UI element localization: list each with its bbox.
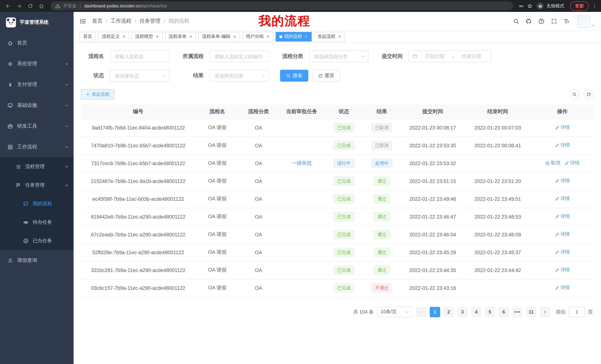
browser-menu-icon[interactable] [592, 3, 597, 9]
result-select[interactable] [210, 70, 269, 82]
sidebar-item-task-mgmt[interactable]: 任务管理 [0, 176, 74, 194]
breadcrumb-separator: / [135, 18, 136, 24]
sidebar-item-done-tasks[interactable]: 已办任务 [0, 231, 74, 250]
sidebar-item-process-mgmt[interactable]: 流程管理 [0, 157, 74, 176]
next-page-button[interactable] [540, 307, 550, 317]
page-button-5[interactable]: 5 [485, 307, 495, 317]
search-button[interactable]: 搜索 [280, 70, 308, 82]
sidebar-item-leave-query[interactable]: 请假查询 [0, 250, 74, 271]
search-icon[interactable] [513, 18, 519, 24]
tab-start-process[interactable]: 发起流程 [314, 32, 345, 41]
cancel-link[interactable]: 取消 [545, 160, 560, 166]
process-category: OA [239, 136, 278, 154]
edit-icon [555, 125, 559, 130]
status-badge: 通过 [374, 266, 390, 275]
goto-page-input[interactable] [569, 307, 585, 317]
update-button[interactable]: 更新 [570, 1, 589, 10]
close-icon[interactable] [338, 35, 341, 38]
tab-process-form[interactable]: 流程表单 [165, 32, 196, 41]
fullscreen-icon[interactable] [551, 18, 557, 24]
sidebar-item-dev-tools[interactable]: 研发工具 [0, 116, 74, 136]
table-row: 819442e8-7b9a-11ec-a290-acde48001122OA 请… [81, 208, 594, 226]
sidebar-item-todo-tasks[interactable]: 待办任务 [0, 213, 74, 231]
close-icon[interactable] [233, 35, 236, 38]
process-name-input[interactable] [110, 50, 169, 62]
page-button-11[interactable]: 11 [526, 307, 536, 317]
table-header-row: 编号流程名流程分类当前审批任务状态结果提交时间结束时间操作 [81, 105, 594, 119]
page-button-2[interactable]: 2 [443, 307, 454, 317]
date-range-picker[interactable]: 开始日期 - 结束日期 [409, 50, 491, 62]
sidebar-item-infrastructure[interactable]: 基础设施 [0, 95, 74, 116]
close-icon[interactable] [305, 35, 308, 38]
sidebar-item-workflow[interactable]: 工作流程 [0, 136, 74, 157]
page-button-4[interactable]: 4 [471, 307, 481, 317]
bookmark-star-icon[interactable] [527, 3, 533, 9]
breadcrumb-item[interactable]: 工作流程 [111, 18, 131, 25]
close-icon[interactable] [266, 35, 270, 38]
refresh-table-button[interactable] [583, 89, 594, 99]
actions-cell: 取消详情 [531, 154, 594, 172]
column-header: 结束时间 [464, 105, 531, 119]
process-id: ec45f38f-7b9a-11ec-b03b-acde48001122 [81, 190, 195, 208]
category-select[interactable] [309, 50, 369, 62]
sidebar-item-system-mgmt[interactable]: 系统管理 [0, 53, 74, 74]
tab-process-form-edit[interactable]: 流程表单-编辑 [198, 32, 240, 41]
owner-process-input[interactable] [210, 50, 269, 62]
detail-link[interactable]: 详情 [555, 142, 570, 149]
address-bar[interactable]: 不安全 dashboard.yudao.iocoder.cn/bpm/task/… [50, 1, 513, 10]
tab-process-model[interactable]: 流程模型 [131, 32, 163, 41]
submit-time: 2022-01-22 23:46:47 [401, 208, 464, 226]
logo[interactable]: 芋道管理系统 [0, 12, 74, 33]
detail-link[interactable]: 详情 [555, 125, 570, 131]
page-button-6[interactable]: 6 [499, 307, 509, 317]
actions-cell: 详情 [531, 261, 594, 279]
detail-link[interactable]: 详情 [565, 160, 580, 166]
close-icon[interactable] [189, 35, 192, 38]
detail-link[interactable]: 详情 [555, 213, 570, 220]
start-process-button[interactable]: 发起流程 [81, 89, 114, 99]
current-task-cell [278, 172, 325, 190]
page-button-1[interactable]: 1 [430, 307, 440, 317]
detail-link-label: 详情 [561, 213, 570, 220]
status-select[interactable] [110, 70, 169, 82]
breadcrumb-item[interactable]: 任务管理 [140, 18, 160, 25]
detail-link[interactable]: 详情 [555, 178, 570, 184]
page-button-3[interactable]: 3 [457, 307, 468, 317]
process-name: OA 请假 [195, 279, 239, 297]
prev-page-button[interactable] [416, 307, 426, 317]
breadcrumb-item[interactable]: 首页 [92, 18, 102, 25]
tab-user-group[interactable]: 用户分组 [242, 32, 273, 41]
tab-process-definition[interactable]: 流程定义 [98, 32, 129, 41]
refresh-icon [318, 73, 323, 78]
forward-icon[interactable] [15, 2, 23, 10]
close-icon[interactable] [156, 35, 159, 38]
detail-link[interactable]: 详情 [555, 267, 570, 273]
tab-home[interactable]: 首页 [80, 32, 96, 41]
toggle-search-button[interactable] [570, 89, 580, 99]
sidebar-item-home[interactable]: 首页 [0, 33, 74, 53]
browser-home-icon[interactable] [37, 2, 45, 10]
close-icon[interactable] [122, 35, 126, 38]
back-icon[interactable] [4, 2, 12, 10]
github-icon[interactable] [526, 18, 532, 24]
password-key-icon[interactable] [519, 3, 524, 9]
process-id: 2152467e-7b9b-11ec-9a1b-acde48001122 [81, 172, 195, 190]
collapse-sidebar-icon[interactable] [80, 18, 87, 25]
column-header: 当前审批任务 [278, 105, 325, 119]
avatar[interactable] [577, 15, 590, 28]
current-task-link[interactable]: 一级审批 [291, 160, 312, 166]
sidebar-item-payment-mgmt[interactable]: 支付管理 [0, 74, 74, 95]
more-pages-button[interactable]: ••• [512, 307, 523, 317]
help-icon[interactable] [538, 18, 545, 24]
user-menu[interactable] [577, 15, 595, 28]
detail-link[interactable]: 详情 [555, 285, 570, 291]
detail-link[interactable]: 详情 [555, 231, 570, 238]
font-size-icon[interactable] [563, 18, 570, 24]
sidebar-item-my-process[interactable]: 我的流程 [0, 194, 74, 213]
page-size-select[interactable]: 10条/页 [377, 307, 413, 317]
detail-link[interactable]: 详情 [555, 196, 570, 202]
reload-icon[interactable] [26, 2, 34, 10]
reset-button[interactable]: 重置 [312, 70, 340, 82]
tab-my-process[interactable]: 我的流程 [276, 32, 312, 41]
detail-link[interactable]: 详情 [555, 249, 570, 256]
